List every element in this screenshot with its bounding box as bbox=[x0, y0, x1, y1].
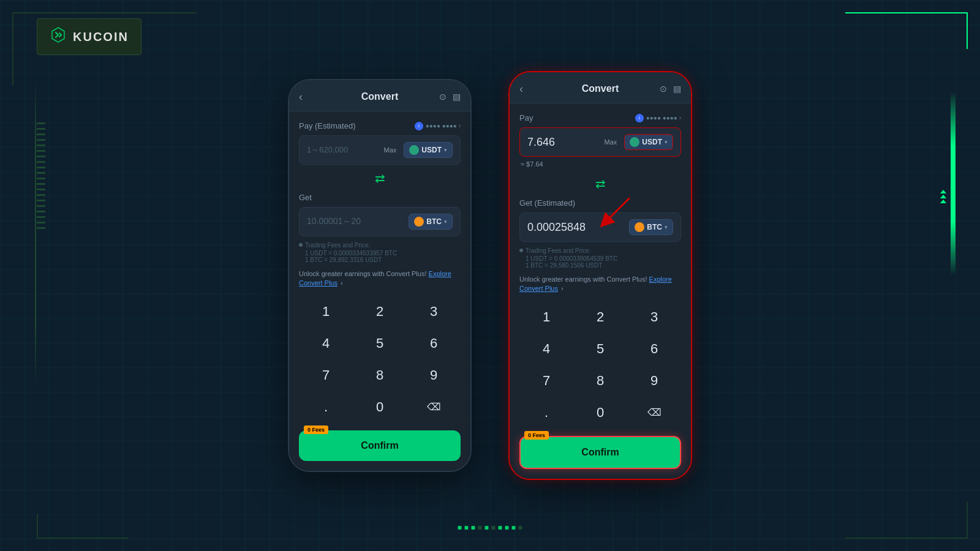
key-5-right[interactable]: 5 bbox=[573, 333, 627, 365]
search-icon-right[interactable]: ⊙ bbox=[660, 84, 667, 94]
get-currency-text-left: BTC bbox=[426, 217, 442, 226]
get-currency-arrow-right: ▾ bbox=[665, 224, 668, 230]
balance-display-left: i ●●●● ●●●● › bbox=[415, 122, 461, 130]
key-0-left[interactable]: 0 bbox=[353, 391, 407, 423]
side-decoration-left bbox=[37, 122, 45, 294]
pay-label-row-left: Pay (Estimated) i ●●●● ●●●● › bbox=[299, 121, 461, 130]
balance-value-left: ●●●● ●●●● › bbox=[426, 122, 461, 129]
phone-left-body: Pay (Estimated) i ●●●● ●●●● › 1～620,000 … bbox=[289, 111, 470, 471]
numpad-right: 1 2 3 4 5 6 7 8 9 . 0 ⌫ bbox=[519, 301, 681, 429]
confirm-area-left: Confirm 0 Fees bbox=[299, 430, 461, 461]
fees-dot-right bbox=[519, 249, 523, 252]
key-5-left[interactable]: 5 bbox=[353, 328, 407, 359]
usd-equiv-right: ≈ $7.64 bbox=[519, 160, 681, 168]
get-value-right: 0.00025848 bbox=[527, 221, 629, 234]
vert-line-decoration bbox=[35, 80, 36, 386]
kucoin-icon bbox=[50, 26, 67, 47]
back-button-right[interactable]: ‹ bbox=[519, 83, 523, 96]
swap-icon-row-right: ⇄ bbox=[519, 174, 681, 196]
key-9-left[interactable]: 9 bbox=[407, 359, 461, 391]
pay-max-right[interactable]: Max bbox=[605, 138, 617, 146]
confirm-area-right: Confirm 0 Fees bbox=[519, 436, 681, 469]
search-icon-left[interactable]: ⊙ bbox=[439, 92, 447, 102]
pay-placeholder-left: 1～620,000 bbox=[307, 144, 379, 156]
key-6-left[interactable]: 6 bbox=[407, 328, 461, 359]
key-backspace-left[interactable]: ⌫ bbox=[407, 391, 461, 423]
get-currency-badge-right[interactable]: BTC ▾ bbox=[629, 219, 673, 235]
promo-right: Unlock greater earnings with Convert Plu… bbox=[519, 275, 681, 294]
swap-icon-left[interactable]: ⇄ bbox=[375, 171, 385, 186]
key-dot-left[interactable]: . bbox=[299, 391, 353, 423]
bottom-dots-decoration bbox=[458, 526, 522, 530]
pay-label-right: Pay bbox=[519, 113, 533, 122]
key-0-right[interactable]: 0 bbox=[573, 397, 627, 429]
key-9-right[interactable]: 9 bbox=[627, 365, 681, 397]
phone-left-title: Convert bbox=[361, 91, 398, 102]
btc-icon-left bbox=[414, 217, 424, 227]
key-4-right[interactable]: 4 bbox=[519, 333, 573, 365]
key-6-right[interactable]: 6 bbox=[627, 333, 681, 365]
history-icon-left[interactable]: ▤ bbox=[453, 92, 461, 102]
back-button-left[interactable]: ‹ bbox=[299, 91, 303, 103]
pay-currency-text-left: USDT bbox=[421, 146, 442, 154]
swap-icon-row-left: ⇄ bbox=[299, 168, 461, 190]
promo-left: Unlock greater earnings with Convert Plu… bbox=[299, 269, 461, 288]
confirm-button-left[interactable]: Confirm bbox=[299, 430, 461, 461]
get-label-left: Get bbox=[299, 193, 312, 202]
fees-text-left: Trading Fees and Price: 1 USDT = 0.00003… bbox=[305, 241, 397, 263]
key-7-left[interactable]: 7 bbox=[299, 359, 353, 391]
phone-right-header-icons: ⊙ ▤ bbox=[660, 84, 681, 94]
key-dot-right[interactable]: . bbox=[519, 397, 573, 429]
get-currency-text-right: BTC bbox=[647, 223, 662, 231]
key-8-right[interactable]: 8 bbox=[573, 365, 627, 397]
balance-value-right: ●●●● ●●●● › bbox=[646, 114, 681, 121]
history-icon-right[interactable]: ▤ bbox=[673, 84, 681, 94]
pay-label-left: Pay (Estimated) bbox=[299, 121, 355, 130]
usdt-icon-right bbox=[630, 137, 639, 147]
get-input-row-right[interactable]: 0.00025848 BTC ▾ bbox=[519, 212, 681, 242]
pay-max-left[interactable]: Max bbox=[384, 146, 397, 154]
get-section-right: Get (Estimated) 0.00025848 BTC ▾ Trading… bbox=[519, 198, 681, 294]
pay-input-row-right[interactable]: 7.646 Max USDT ▾ bbox=[519, 127, 681, 157]
phones-container: ‹ Convert ⊙ ▤ Pay (Estimated) i ●●●● ●●●… bbox=[288, 71, 692, 480]
phone-right-title: Convert bbox=[582, 83, 619, 94]
key-2-right[interactable]: 2 bbox=[573, 301, 627, 333]
pay-currency-badge-left[interactable]: USDT ▾ bbox=[404, 142, 453, 158]
phone-left-header: ‹ Convert ⊙ ▤ bbox=[289, 80, 470, 111]
phone-left: ‹ Convert ⊙ ▤ Pay (Estimated) i ●●●● ●●●… bbox=[288, 79, 472, 472]
key-3-left[interactable]: 3 bbox=[407, 296, 461, 328]
phone-right-body: Pay i ●●●● ●●●● › 7.646 Max USDT ▾ ≈ $7.… bbox=[510, 103, 691, 479]
key-8-left[interactable]: 8 bbox=[353, 359, 407, 391]
balance-display-right: i ●●●● ●●●● › bbox=[635, 114, 681, 122]
get-label-row-left: Get bbox=[299, 193, 461, 202]
get-value-left: 10.00001～20 bbox=[307, 216, 409, 227]
key-1-right[interactable]: 1 bbox=[519, 301, 573, 333]
balance-icon-left: i bbox=[415, 122, 423, 130]
pay-currency-badge-right[interactable]: USDT ▾ bbox=[624, 134, 673, 150]
get-currency-badge-left[interactable]: BTC ▾ bbox=[409, 214, 453, 230]
brand-name: KUCOIN bbox=[73, 30, 129, 44]
key-1-left[interactable]: 1 bbox=[299, 296, 353, 328]
key-4-left[interactable]: 4 bbox=[299, 328, 353, 359]
key-3-right[interactable]: 3 bbox=[627, 301, 681, 333]
swap-icon-right[interactable]: ⇄ bbox=[595, 176, 606, 191]
pay-currency-arrow-left: ▾ bbox=[444, 147, 447, 153]
key-2-left[interactable]: 2 bbox=[353, 296, 407, 328]
key-7-right[interactable]: 7 bbox=[519, 365, 573, 397]
get-input-row-left[interactable]: 10.00001～20 BTC ▾ bbox=[299, 207, 461, 236]
fees-dot-left bbox=[299, 243, 303, 247]
balance-icon-right: i bbox=[635, 114, 644, 122]
pay-input-row-left[interactable]: 1～620,000 Max USDT ▾ bbox=[299, 135, 461, 165]
get-label-right: Get (Estimated) bbox=[519, 198, 575, 208]
btc-icon-right bbox=[635, 222, 644, 232]
usdt-icon-left bbox=[409, 145, 419, 155]
pay-value-right: 7.646 bbox=[527, 136, 600, 149]
phone-left-header-icons: ⊙ ▤ bbox=[439, 92, 461, 102]
get-label-row-right: Get (Estimated) bbox=[519, 198, 681, 208]
confirm-button-right[interactable]: Confirm bbox=[519, 436, 681, 469]
get-currency-arrow-left: ▾ bbox=[444, 219, 447, 225]
get-section-left: Get 10.00001～20 BTC ▾ Trading Fees and P… bbox=[299, 193, 461, 288]
right-arrows-decoration bbox=[940, 190, 946, 203]
phone-right-header: ‹ Convert ⊙ ▤ bbox=[510, 72, 691, 103]
key-backspace-right[interactable]: ⌫ bbox=[627, 397, 681, 429]
